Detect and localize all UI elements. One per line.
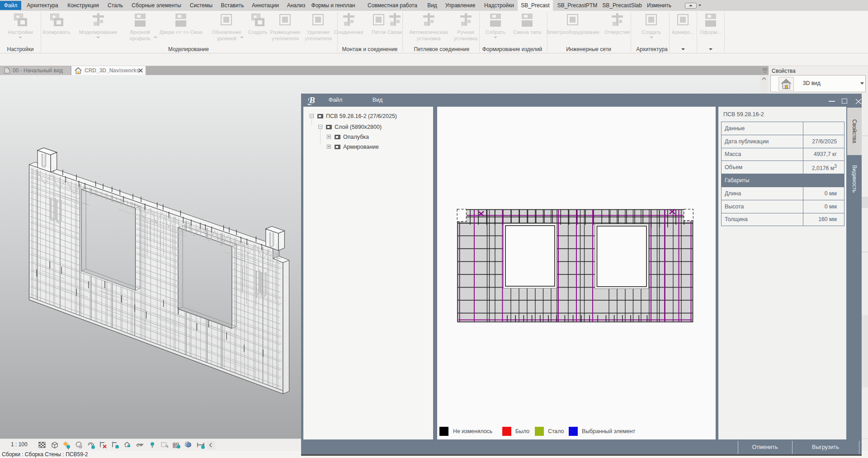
svg-text:B: B [309, 95, 315, 105]
